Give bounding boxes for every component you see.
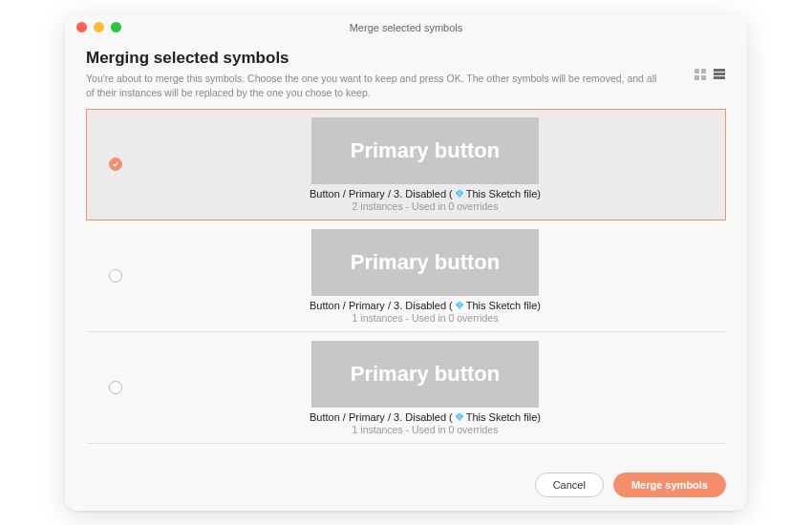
sketch-diamond-icon [455,189,464,199]
radio-column [96,158,135,171]
radio-button[interactable] [109,269,122,283]
radio-column [96,381,135,394]
symbol-name: Button / Primary / 3. Disabled ( This Sk… [310,300,541,311]
symbol-name-prefix: Button / Primary / 3. Disabled ( [310,188,453,200]
list-item[interactable]: Primary buttonButton / Primary / 3. Disa… [86,220,726,332]
dialog-window: Merge selected symbols Merging selected … [65,14,747,511]
list-item[interactable]: Primary buttonButton / Primary / 3. Disa… [86,109,726,220]
symbol-name-prefix: Button / Primary / 3. Disabled ( [310,300,453,311]
titlebar: Merge selected symbols [65,14,747,41]
symbol-meta: 2 instances - Used in 0 overrides [353,200,499,212]
sketch-diamond-icon [455,301,464,310]
preview-column: Primary buttonButton / Primary / 3. Disa… [135,339,716,435]
symbol-name: Button / Primary / 3. Disabled ( This Sk… [310,188,541,200]
footer: Cancel Merge symbols [65,459,747,511]
radio-button[interactable] [109,158,122,171]
minimize-icon[interactable] [94,22,104,32]
radio-column [96,269,135,283]
symbol-meta: 1 instances - Used in 0 overrides [353,424,499,435]
maximize-icon[interactable] [111,22,121,32]
window-title: Merge selected symbols [350,22,463,33]
symbol-name: Button / Primary / 3. Disabled ( This Sk… [310,411,541,423]
page-title: Merging selected symbols [86,49,694,68]
symbol-preview: Primary button [311,117,539,184]
page-description: You're about to merge this symbols. Choo… [86,72,659,99]
preview-column: Primary buttonButton / Primary / 3. Disa… [135,227,716,324]
cancel-button[interactable]: Cancel [535,472,604,497]
list-icon [714,69,725,80]
merge-button[interactable]: Merge symbols [613,472,726,497]
symbol-preview: Primary button [311,229,539,296]
view-toggle [694,68,726,81]
close-icon[interactable] [76,22,87,32]
radio-button[interactable] [109,381,122,394]
symbol-preview: Primary button [311,341,539,408]
grid-icon [694,69,706,80]
symbol-file-label: This Sketch file) [466,188,541,200]
sketch-diamond-icon [455,412,464,422]
symbol-name-prefix: Button / Primary / 3. Disabled ( [310,411,453,423]
symbol-file-label: This Sketch file) [466,300,541,311]
traffic-lights [76,22,121,32]
heading-row: Merging selected symbols You're about to… [86,49,726,99]
symbol-list: Primary buttonButton / Primary / 3. Disa… [86,109,726,444]
heading-text: Merging selected symbols You're about to… [86,49,694,99]
content-area: Merging selected symbols You're about to… [65,41,747,459]
list-item[interactable]: Primary buttonButton / Primary / 3. Disa… [86,332,726,444]
symbol-file-label: This Sketch file) [466,411,541,423]
symbol-meta: 1 instances - Used in 0 overrides [353,312,499,324]
check-icon [112,160,119,168]
grid-view-button[interactable] [694,68,707,81]
list-view-button[interactable] [713,68,726,81]
preview-column: Primary buttonButton / Primary / 3. Disa… [135,116,716,212]
